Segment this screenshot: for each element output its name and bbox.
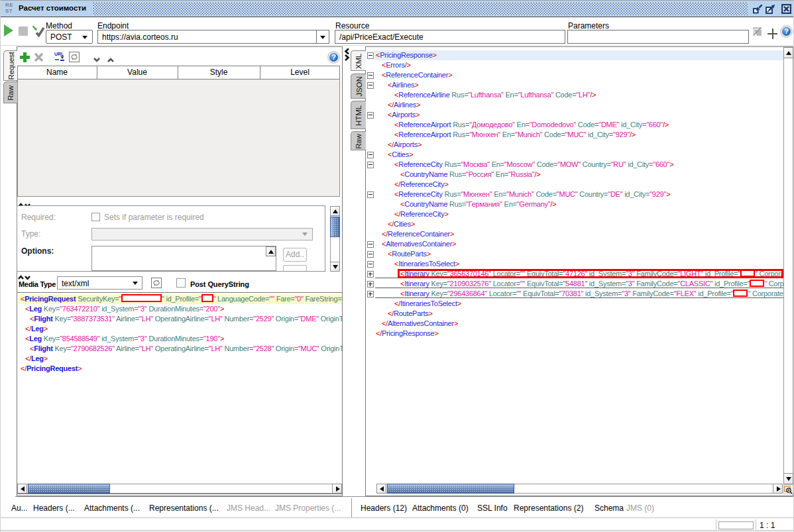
svg-text:URL: URL xyxy=(54,52,64,56)
